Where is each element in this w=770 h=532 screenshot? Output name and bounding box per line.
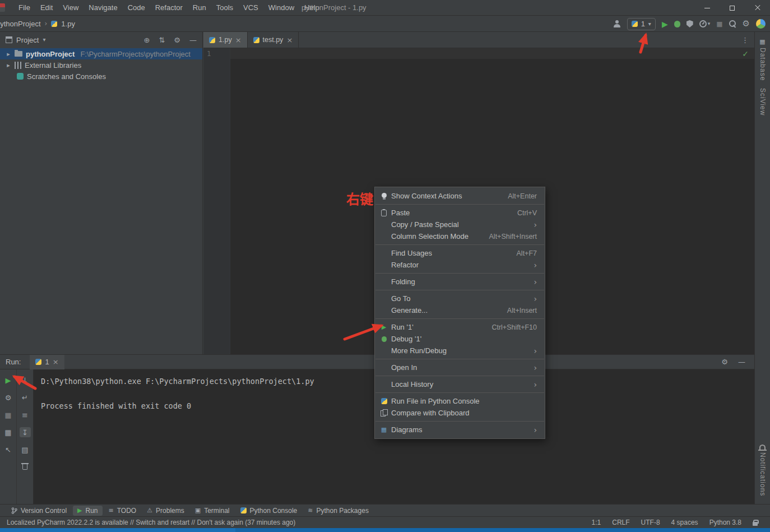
tab-1py[interactable]: 1.py ×: [203, 32, 248, 48]
stop-button[interactable]: ■: [3, 410, 14, 420]
menu-tools[interactable]: Tools: [211, 0, 238, 15]
project-panel-header: Project ▾ ⊕ ⇅ ⚙ —: [0, 32, 202, 48]
run-button[interactable]: ▶: [662, 20, 668, 28]
status-message[interactable]: Localized PyCharm 2022.2.2 is available …: [7, 519, 295, 526]
menu-item-go-to[interactable]: Go To ›: [375, 293, 545, 304]
menu-window[interactable]: Window: [263, 0, 299, 15]
menu-item-open-in[interactable]: Open In ›: [375, 362, 545, 373]
tool-button-python-console[interactable]: Python Console: [236, 506, 302, 516]
breadcrumb-file[interactable]: 1.py: [61, 20, 75, 28]
menu-navigate[interactable]: Navigate: [84, 0, 122, 15]
interpreter-indicator[interactable]: Python 3.8: [709, 519, 741, 526]
tool-button-sciview[interactable]: SciView: [755, 88, 770, 115]
menu-item-diagrams[interactable]: ▦ Diagrams ›: [375, 424, 545, 436]
search-everywhere-button[interactable]: [729, 20, 736, 27]
chevron-down-icon[interactable]: ▾: [43, 37, 45, 43]
menu-run[interactable]: Run: [188, 0, 211, 15]
menu-vcs[interactable]: VCS: [238, 0, 263, 15]
coverage-button[interactable]: [686, 20, 693, 27]
code-with-me-users-icon[interactable]: [613, 20, 621, 27]
tab-close-icon[interactable]: ×: [235, 36, 242, 44]
tree-item-external-libraries[interactable]: ▸ External Libraries: [0, 59, 202, 71]
tool-button-label: Python Console: [250, 507, 298, 515]
scroll-lines-icon[interactable]: ≡: [20, 410, 31, 420]
tool-button-database[interactable]: ▦ Database: [755, 39, 770, 81]
menu-item-debug-1[interactable]: Debug '1': [375, 333, 545, 345]
tool-button-label: TODO: [117, 507, 136, 515]
run-configuration-select[interactable]: 1 ▾: [627, 18, 656, 30]
hide-panel-button[interactable]: —: [738, 358, 745, 366]
expand-arrow-icon[interactable]: ▸: [6, 51, 11, 57]
menu-view[interactable]: View: [58, 0, 84, 15]
menu-item-run-file-in-python-console[interactable]: Run File in Python Console: [375, 395, 545, 407]
run-tab-1[interactable]: 1 ×: [30, 355, 64, 369]
maximize-button[interactable]: [720, 0, 745, 16]
menu-edit[interactable]: Edit: [35, 0, 58, 15]
rerun-button[interactable]: ▶: [3, 375, 14, 385]
tab-close-icon[interactable]: ×: [286, 36, 293, 44]
tool-button-version-control[interactable]: Version Control: [7, 506, 71, 516]
menu-item-local-history[interactable]: Local History ›: [375, 378, 545, 390]
profiler-button[interactable]: ▾: [699, 20, 711, 27]
close-button[interactable]: [745, 0, 770, 16]
debug-button[interactable]: [674, 21, 680, 27]
tool-button-run[interactable]: ▶ Run: [73, 506, 102, 516]
tree-item-python-project[interactable]: ▸ pythonProject F:\PycharmProjects\pytho…: [0, 48, 202, 59]
menu-item-run-1[interactable]: ▶ Run '1' Ctrl+Shift+F10: [375, 321, 545, 333]
menu-item-paste[interactable]: Paste Ctrl+V: [375, 207, 545, 219]
line-ending-indicator[interactable]: CRLF: [612, 519, 629, 526]
collapse-all-button[interactable]: ⇅: [159, 36, 165, 44]
panel-settings-button[interactable]: ⚙: [174, 36, 180, 44]
menu-item-show-context-actions[interactable]: Show Context Actions Alt+Enter: [375, 190, 545, 202]
modify-run-config-icon[interactable]: ⚙: [3, 392, 14, 403]
settings-gear-button[interactable]: ⚙: [743, 20, 750, 28]
menu-separator: [375, 273, 544, 274]
menu-code[interactable]: Code: [123, 0, 150, 15]
tool-button-todo[interactable]: ≡ TODO: [104, 506, 141, 516]
tool-button-problems[interactable]: ⚠ Problems: [142, 506, 189, 516]
encoding-indicator[interactable]: UTF-8: [641, 519, 660, 526]
clear-all-button[interactable]: [20, 462, 31, 472]
pin-tab-icon[interactable]: ↖: [3, 445, 14, 455]
soft-wrap-icon[interactable]: ↵: [20, 392, 31, 403]
menu-file[interactable]: File: [13, 0, 35, 15]
project-panel-title[interactable]: Project: [16, 36, 39, 44]
menu-item-generate[interactable]: Generate... Alt+Insert: [375, 304, 545, 316]
account-avatar[interactable]: [756, 19, 766, 29]
window-controls: [694, 0, 770, 16]
menu-item-refactor[interactable]: Refactor ›: [375, 259, 545, 271]
print-icon[interactable]: ▤: [20, 445, 31, 455]
line-number: 1: [203, 48, 230, 58]
menu-item-compare-with-clipboard[interactable]: Compare with Clipboard: [375, 407, 545, 419]
menu-item-copy-paste-special[interactable]: Copy / Paste Special ›: [375, 219, 545, 230]
indent-indicator[interactable]: 4 spaces: [671, 519, 698, 526]
caret-position[interactable]: 1:1: [592, 519, 601, 526]
tree-item-scratches[interactable]: Scratches and Consoles: [0, 71, 202, 82]
tab-testpy[interactable]: test.py ×: [248, 32, 299, 48]
stop-button[interactable]: ■: [716, 21, 722, 27]
restore-layout-icon[interactable]: ▦: [3, 427, 14, 437]
down-stack-trace-icon[interactable]: ↓: [20, 375, 31, 385]
tool-button-terminal[interactable]: ▣ Terminal: [191, 506, 234, 516]
minimize-button[interactable]: [694, 0, 720, 16]
menu-refactor[interactable]: Refactor: [150, 0, 188, 15]
menu-item-folding[interactable]: Folding ›: [375, 276, 545, 288]
locate-file-button[interactable]: ⊕: [144, 36, 150, 44]
problems-icon: ⚠: [147, 507, 152, 514]
hide-panel-button[interactable]: —: [189, 36, 197, 44]
menu-item-find-usages[interactable]: Find Usages Alt+F7: [375, 247, 545, 259]
tool-button-python-packages[interactable]: ≋ Python Packages: [303, 506, 373, 516]
breadcrumb-project[interactable]: pythonProject: [0, 20, 41, 28]
inspection-ok-icon[interactable]: ✓: [742, 50, 749, 58]
scroll-to-end-icon[interactable]: ↧: [20, 427, 31, 437]
windows-taskbar[interactable]: [0, 528, 770, 532]
menu-item-shortcut: Alt+F7: [505, 249, 537, 257]
lock-icon[interactable]: [753, 522, 758, 526]
panel-settings-button[interactable]: ⚙: [721, 358, 728, 366]
tool-button-notifications[interactable]: Notifications: [755, 445, 770, 496]
menu-item-more-run-debug[interactable]: More Run/Debug ›: [375, 345, 545, 357]
tab-close-icon[interactable]: ×: [53, 358, 59, 366]
editor-options-button[interactable]: ⋮: [741, 32, 754, 48]
menu-item-column-selection-mode[interactable]: Column Selection Mode Alt+Shift+Insert: [375, 230, 545, 242]
expand-arrow-icon[interactable]: ▸: [6, 62, 11, 68]
